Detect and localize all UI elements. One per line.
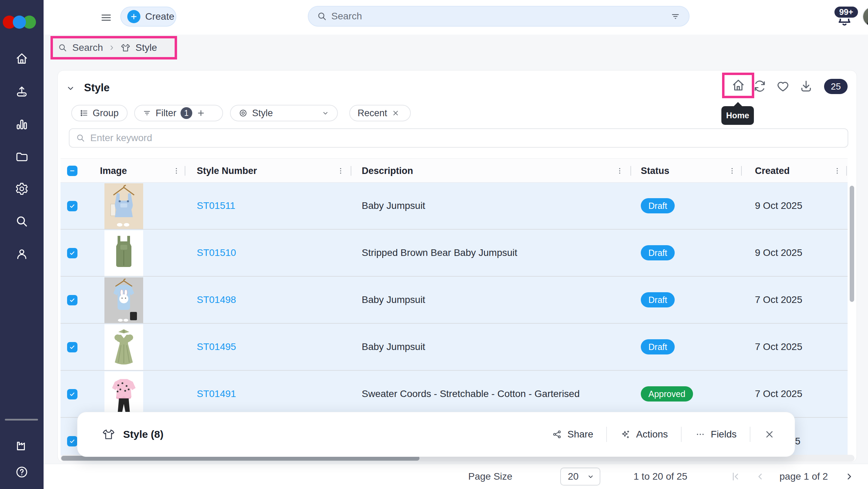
search-filter-icon[interactable] — [670, 11, 681, 21]
recent-chip-label: Recent — [358, 108, 387, 119]
first-page-button[interactable] — [729, 471, 741, 482]
recent-chip[interactable]: Recent — [349, 105, 411, 121]
share-button[interactable]: Share — [552, 429, 593, 440]
hamburger-menu-button[interactable] — [100, 11, 112, 24]
column-divider — [741, 166, 742, 176]
check-icon — [69, 297, 76, 304]
add-filter-icon[interactable] — [196, 109, 205, 118]
table-row[interactable]: ST01511 Baby Jumpsuit Draft 9 Oct 2025 — [61, 183, 848, 230]
first-page-icon — [729, 471, 741, 482]
column-header-style-number[interactable]: Style Number — [197, 159, 257, 183]
table-row[interactable]: ST01510 Stripped Brown Bear Baby Jumpsui… — [61, 230, 848, 277]
check-icon — [69, 438, 76, 445]
previous-page-button[interactable] — [754, 471, 766, 482]
status-badge: Draft — [641, 339, 675, 354]
avatar[interactable] — [862, 7, 868, 27]
search-icon — [76, 133, 85, 143]
menu-icon — [100, 11, 112, 24]
row-checkbox[interactable] — [67, 201, 77, 211]
create-button[interactable]: Create — [120, 7, 176, 27]
sidebar-divider — [5, 419, 38, 421]
created-cell: 7 Oct 2025 — [755, 388, 802, 399]
pagination-bar: Page Size 20 1 to 20 of 25 page 1 of 2 — [44, 464, 868, 489]
page-size-select[interactable]: 20 — [560, 468, 600, 486]
folder-icon — [15, 150, 29, 164]
next-page-button[interactable] — [843, 471, 855, 482]
sidebar-item-settings[interactable] — [11, 178, 33, 200]
view-select[interactable]: Style — [230, 105, 338, 121]
column-header-image[interactable]: Image — [100, 159, 127, 183]
table-row[interactable]: ST01491 Sweater Coords - Stretchable - C… — [61, 371, 848, 418]
actions-label: Actions — [636, 429, 668, 440]
column-header-status[interactable]: Status — [641, 159, 670, 183]
keyword-input[interactable] — [90, 132, 841, 144]
breadcrumb[interactable]: Search Style — [50, 36, 177, 59]
row-checkbox[interactable] — [67, 248, 77, 258]
sidebar-item-factory[interactable] — [11, 434, 33, 456]
sidebar-item-search[interactable] — [11, 210, 33, 232]
close-selection-button[interactable] — [764, 428, 775, 440]
style-number-link[interactable]: ST01495 — [197, 341, 236, 352]
sidebar-item-home[interactable] — [11, 48, 33, 70]
check-icon — [69, 203, 76, 210]
sidebar-item-folders[interactable] — [11, 146, 33, 168]
style-number-link[interactable]: ST01491 — [197, 388, 236, 399]
breadcrumb-style[interactable]: Style — [136, 42, 157, 53]
selection-title: Style (8) — [123, 428, 164, 440]
ellipsis-icon — [695, 429, 706, 440]
table-row[interactable]: ST01495 Baby Jumpsuit Draft 7 Oct 2025 — [61, 324, 848, 371]
row-checkbox[interactable] — [67, 389, 77, 399]
row-checkbox[interactable] — [67, 342, 77, 352]
column-menu-icon[interactable] — [728, 166, 737, 175]
sidebar-item-reports[interactable] — [11, 113, 33, 136]
actions-button[interactable]: Actions — [620, 429, 668, 440]
divider — [606, 427, 607, 442]
group-button[interactable]: Group — [71, 105, 128, 121]
global-search-input[interactable] — [331, 11, 666, 22]
record-count-badge: 25 — [824, 79, 848, 94]
close-icon[interactable] — [391, 109, 400, 117]
check-icon — [69, 344, 76, 351]
sparkle-icon — [620, 429, 631, 440]
row-checkbox[interactable] — [67, 295, 77, 305]
page-size-value: 20 — [568, 471, 579, 482]
table-row[interactable]: ST01498 Baby Jumpsuit Draft 7 Oct 2025 — [61, 277, 848, 324]
column-header-description[interactable]: Description — [362, 159, 413, 183]
group-label: Group — [93, 108, 119, 119]
description-cell: Stripped Brown Bear Baby Jumpsuit — [362, 247, 517, 258]
column-menu-icon[interactable] — [833, 166, 842, 175]
column-menu-icon[interactable] — [336, 166, 345, 175]
column-divider — [846, 166, 847, 176]
style-number-link[interactable]: ST01510 — [197, 247, 236, 258]
product-image — [104, 183, 143, 229]
status-badge: Draft — [641, 198, 675, 213]
column-menu-icon[interactable] — [615, 166, 624, 175]
vertical-scrollbar[interactable] — [850, 186, 854, 302]
sidebar-item-help[interactable] — [11, 461, 33, 483]
description-cell: Sweater Coords - Stretchable - Cotton - … — [362, 388, 580, 399]
download-button[interactable] — [796, 76, 816, 96]
sidebar-item-profile[interactable] — [11, 243, 33, 265]
product-image — [104, 277, 143, 323]
keyword-search[interactable] — [69, 128, 848, 148]
sidebar-item-upload[interactable] — [11, 81, 33, 103]
column-header-created[interactable]: Created — [755, 159, 790, 183]
created-cell: 9 Oct 2025 — [755, 247, 802, 258]
refresh-button[interactable] — [750, 76, 769, 96]
fields-button[interactable]: Fields — [695, 429, 737, 440]
style-number-link[interactable]: ST01511 — [197, 200, 236, 211]
home-button[interactable] — [722, 73, 754, 98]
select-all-checkbox[interactable] — [67, 166, 77, 176]
style-number-link[interactable]: ST01498 — [197, 294, 236, 305]
check-icon — [69, 391, 76, 398]
column-menu-icon[interactable] — [172, 166, 181, 175]
breadcrumb-search[interactable]: Search — [72, 42, 103, 53]
product-image — [104, 324, 143, 370]
global-search-bar[interactable] — [308, 6, 690, 27]
create-label: Create — [145, 11, 174, 22]
filter-button[interactable]: Filter 1 — [134, 105, 223, 121]
panel-collapse-button[interactable] — [65, 83, 76, 93]
chevron-down-icon — [65, 83, 76, 93]
favorite-button[interactable] — [773, 76, 793, 96]
row-checkbox[interactable] — [67, 436, 77, 446]
